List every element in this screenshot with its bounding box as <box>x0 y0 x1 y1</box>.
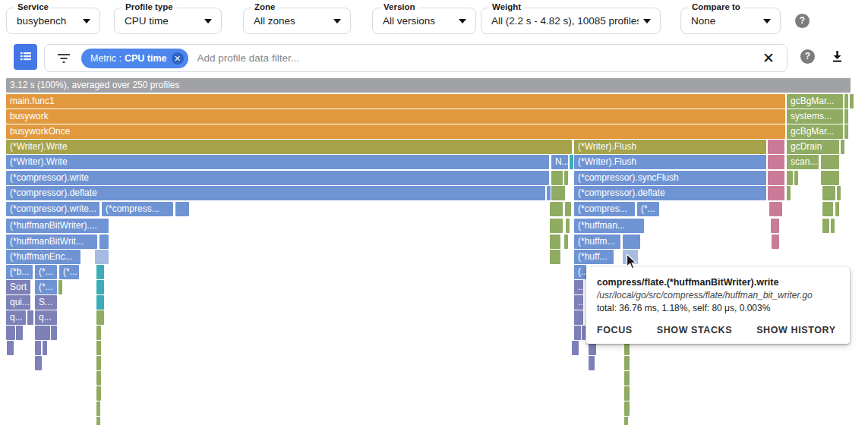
show-history-button[interactable]: SHOW HISTORY <box>756 325 835 335</box>
zone-select[interactable]: Zone All zones <box>243 8 351 34</box>
flame-frame[interactable]: (*compressor).write <box>6 171 549 185</box>
flame-frame[interactable] <box>95 250 109 264</box>
flame-frame[interactable]: (*... <box>35 265 57 279</box>
flame-frame[interactable] <box>844 94 848 109</box>
flame-frame[interactable] <box>841 140 844 154</box>
flame-frame[interactable]: busywork <box>6 109 785 124</box>
flame-frame[interactable] <box>547 186 551 200</box>
flame-frame[interactable]: gcBgMar... <box>787 124 843 139</box>
flame-frame[interactable]: (*huff... <box>574 250 614 264</box>
show-stacks-button[interactable]: SHOW STACKS <box>657 325 732 335</box>
flame-frame[interactable]: q... <box>35 310 57 325</box>
flame-frame[interactable] <box>574 310 583 325</box>
flame-frame[interactable] <box>564 235 568 249</box>
flame-frame[interactable]: gcBgMar... <box>787 94 843 109</box>
flame-frame[interactable] <box>589 356 595 370</box>
flame-frame[interactable]: gcDrain <box>787 140 839 154</box>
flame-frame[interactable]: ... <box>574 280 583 294</box>
flame-frame[interactable] <box>794 171 798 185</box>
flame-frame[interactable]: (*compressor).deflate <box>6 186 545 200</box>
toggle-list-view-button[interactable] <box>14 44 37 70</box>
flame-frame[interactable] <box>96 371 101 386</box>
flame-frame[interactable]: (*compress... <box>102 202 173 216</box>
flame-frame[interactable] <box>99 235 109 249</box>
flame-frame[interactable] <box>567 202 571 216</box>
flame-frame[interactable]: systems... <box>787 109 843 124</box>
filter-help-icon[interactable]: ? <box>800 49 815 64</box>
flame-frame[interactable]: (*Writer).Flush <box>574 155 766 169</box>
flame-frame[interactable]: qui... <box>6 295 30 310</box>
flame-frame[interactable] <box>38 356 42 370</box>
flame-frame[interactable] <box>96 326 101 340</box>
clear-filter-icon[interactable]: ✕ <box>762 51 775 65</box>
flame-frame[interactable]: (*compres... <box>574 202 635 216</box>
flame-frame[interactable] <box>564 171 568 185</box>
flame-frame[interactable] <box>768 186 784 200</box>
flame-frame[interactable] <box>623 250 638 264</box>
flame-frame[interactable] <box>772 235 779 249</box>
flame-frame[interactable]: (*huffm... <box>574 235 620 249</box>
download-icon[interactable] <box>831 50 844 66</box>
flame-frame[interactable]: (*Writer).Write <box>6 155 549 169</box>
flame-frame[interactable] <box>831 219 835 233</box>
flame-frame[interactable] <box>570 155 573 169</box>
compare-to-select[interactable]: Compare to None <box>680 8 781 34</box>
flame-frame[interactable] <box>96 417 100 425</box>
flame-frame[interactable] <box>844 109 848 124</box>
flame-frame[interactable] <box>835 202 839 216</box>
flame-frame[interactable] <box>768 155 784 169</box>
metric-filter-chip[interactable]: Metric : CPU time ✕ <box>81 49 188 68</box>
flame-frame[interactable]: (*huffmanEnc... <box>6 250 80 264</box>
flame-frame[interactable] <box>550 202 563 216</box>
flame-frame[interactable] <box>58 280 62 294</box>
flame-frame[interactable]: (*huffmanBitWriter).... <box>6 219 109 233</box>
flame-frame[interactable] <box>821 155 839 169</box>
flame-frame[interactable]: (*Writer).Write <box>6 140 572 154</box>
flame-frame[interactable] <box>550 235 560 249</box>
flame-frame[interactable] <box>822 219 829 233</box>
flame-frame[interactable] <box>768 171 784 185</box>
flame-frame[interactable] <box>822 202 833 216</box>
flame-frame[interactable] <box>10 341 14 355</box>
flame-frame[interactable] <box>35 326 50 340</box>
chip-remove-icon[interactable]: ✕ <box>172 52 184 65</box>
flame-frame[interactable]: (*... <box>59 265 79 279</box>
flame-frame[interactable] <box>96 295 104 310</box>
version-select[interactable]: Version All versions <box>372 8 476 34</box>
flame-frame[interactable] <box>550 250 560 264</box>
flame-frame[interactable] <box>16 326 23 340</box>
flame-frame[interactable] <box>6 326 15 340</box>
flame-frame[interactable] <box>769 202 782 216</box>
weight-select[interactable]: Weight All (2.2 s - 4.82 s), 10085 profi… <box>481 8 661 34</box>
flame-frame[interactable]: (*Writer).Flush <box>574 140 766 154</box>
flame-frame[interactable]: scan... <box>787 155 819 169</box>
flame-frame[interactable] <box>43 341 47 355</box>
flame-frame[interactable] <box>551 171 563 185</box>
flame-frame[interactable] <box>96 386 101 401</box>
flame-frame[interactable]: (... <box>574 265 586 279</box>
flame-frame[interactable]: (*huffman... <box>574 219 644 233</box>
flame-frame[interactable] <box>35 341 41 355</box>
flame-frame[interactable] <box>566 219 570 233</box>
flame-frame[interactable]: ... <box>574 295 583 310</box>
flame-frame[interactable]: S... <box>35 295 57 310</box>
focus-button[interactable]: FOCUS <box>597 325 633 335</box>
flame-frame[interactable] <box>624 417 628 425</box>
flame-frame[interactable] <box>96 356 101 370</box>
flame-frame[interactable] <box>96 401 100 416</box>
flame-frame[interactable] <box>574 326 581 340</box>
profile-type-select[interactable]: Profile type CPU time <box>114 8 222 34</box>
flame-frame[interactable]: (*compressor).write... <box>6 202 99 216</box>
flame-frame[interactable]: (*b... <box>6 265 33 279</box>
flame-frame[interactable] <box>850 94 854 109</box>
flame-frame[interactable] <box>624 371 630 386</box>
flame-frame[interactable]: (*compressor).deflate <box>574 186 766 200</box>
flame-frame[interactable] <box>96 280 104 294</box>
flame-frame[interactable]: N... <box>551 155 568 169</box>
flame-frame[interactable] <box>582 326 586 340</box>
flame-frame[interactable] <box>624 401 630 416</box>
flame-frame[interactable] <box>551 186 565 200</box>
profile-filter-input[interactable] <box>197 52 751 64</box>
flame-frame[interactable] <box>624 386 630 401</box>
flame-frame[interactable] <box>575 341 579 355</box>
